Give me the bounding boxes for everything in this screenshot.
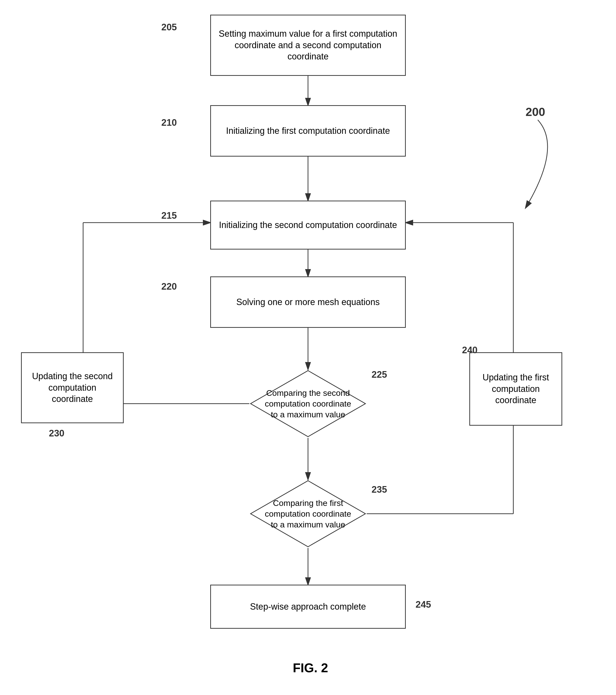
label-245: 245 <box>416 599 431 610</box>
diagram-container: Setting maximum value for a first comput… <box>0 0 616 695</box>
label-225: 225 <box>372 369 387 380</box>
label-235: 235 <box>372 485 387 495</box>
figure-caption: FIG. 2 <box>269 661 352 675</box>
box-215: Initializing the second computation coor… <box>210 201 406 250</box>
label-200: 200 <box>526 105 545 119</box>
box-240: Updating the first computation coordinat… <box>469 352 562 426</box>
diamond-225: Comparing the second computation coordin… <box>249 369 367 438</box>
box-245: Step-wise approach complete <box>210 585 406 629</box>
box-210: Initializing the first computation coord… <box>210 105 406 156</box>
label-210: 210 <box>161 117 177 128</box>
box-205: Setting maximum value for a first comput… <box>210 15 406 76</box>
box-220: Solving one or more mesh equations <box>210 276 406 328</box>
label-230: 230 <box>49 428 64 439</box>
box-230: Updating the second computation coordina… <box>21 352 124 423</box>
label-205: 205 <box>161 22 177 33</box>
label-240: 240 <box>462 345 477 355</box>
label-220: 220 <box>161 281 177 292</box>
diamond-235: Comparing the first computation coordina… <box>249 479 367 548</box>
label-215: 215 <box>161 210 177 221</box>
